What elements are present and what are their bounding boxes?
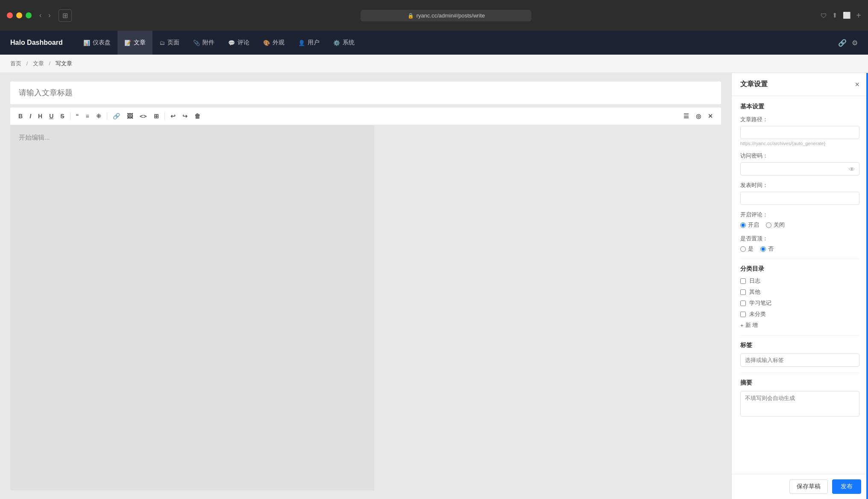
nav-link-button[interactable]: 🔗 xyxy=(838,39,847,47)
comments-close-label[interactable]: 关闭 xyxy=(766,221,785,229)
address-bar[interactable]: 🔒ryanc.cc/admin#/posts/write xyxy=(361,10,531,21)
breadcrumb-sep-2: / xyxy=(49,60,51,67)
pinned-no-label[interactable]: 否 xyxy=(760,245,774,253)
underline-button[interactable]: U xyxy=(46,111,56,121)
delete-button[interactable]: 🗑 xyxy=(191,111,203,121)
nav-label-dashboard: 仪表盘 xyxy=(93,39,111,47)
category-checkbox-2[interactable] xyxy=(740,301,746,306)
undo-button[interactable]: ↩ xyxy=(167,111,179,121)
browser-chrome: ‹ › ⊞ 🔒ryanc.cc/admin#/posts/write 🛡 ⬆ ⬜… xyxy=(0,0,868,31)
nav-settings-button[interactable]: ⚙ xyxy=(852,39,858,47)
breadcrumb-sep-1: / xyxy=(26,60,28,67)
category-label-2: 学习笔记 xyxy=(749,299,771,307)
basic-settings-title: 基本设置 xyxy=(740,103,859,111)
toolbar-right: ☰ ◎ ✕ xyxy=(680,111,716,121)
browser-new-tab-button[interactable]: + xyxy=(856,11,861,20)
nav-label-comments: 评论 xyxy=(238,39,249,47)
publish-button[interactable]: 发布 xyxy=(832,479,861,494)
heading-button[interactable]: H xyxy=(35,111,45,121)
article-title-input[interactable] xyxy=(10,82,721,104)
editor-write-area[interactable]: 开始编辑... xyxy=(10,125,374,490)
bold-button[interactable]: B xyxy=(15,111,26,121)
nav-item-attachments[interactable]: 📎 附件 xyxy=(186,31,221,55)
eye-icon[interactable]: 👁 xyxy=(849,165,855,172)
category-item-2: 学习笔记 xyxy=(740,299,859,307)
breadcrumb-home[interactable]: 首页 xyxy=(10,60,21,67)
password-field: 访问密码： 👁 xyxy=(740,152,859,175)
minimize-traffic-light[interactable] xyxy=(16,12,22,18)
fullscreen-traffic-light[interactable] xyxy=(26,12,32,18)
nav-item-users[interactable]: 👤 用户 xyxy=(291,31,326,55)
top-nav: Halo Dashboard 📊 仪表盘 📝 文章 🗂 页面 📎 附件 💬 评论 xyxy=(0,31,868,55)
save-draft-button[interactable]: 保存草稿 xyxy=(789,479,828,494)
fullscreen-button[interactable]: ✕ xyxy=(705,111,716,121)
category-checkbox-1[interactable] xyxy=(740,289,746,295)
editor-toolbar: B I H U S “ ≡ ⁜ 🔗 🖼 <> ⊞ ↩ ↪ xyxy=(10,108,721,125)
browser-back-button[interactable]: ‹ xyxy=(37,10,44,21)
unordered-list-button[interactable]: ⁜ xyxy=(93,111,104,121)
app-container: Halo Dashboard 📊 仪表盘 📝 文章 🗂 页面 📎 附件 💬 评论 xyxy=(0,31,868,499)
nav-item-dashboard[interactable]: 📊 仪表盘 xyxy=(76,31,117,55)
breadcrumb-posts[interactable]: 文章 xyxy=(33,60,44,67)
redo-button[interactable]: ↪ xyxy=(179,111,191,121)
tag-title: 标签 xyxy=(740,341,859,349)
article-path-input[interactable] xyxy=(740,126,859,139)
divider-3 xyxy=(740,373,859,373)
browser-share-button[interactable]: ⬆ xyxy=(832,12,838,19)
nav-item-appearance[interactable]: 🎨 外观 xyxy=(256,31,291,55)
nav-item-comments[interactable]: 💬 评论 xyxy=(221,31,256,55)
italic-button[interactable]: I xyxy=(26,111,34,121)
divider-2 xyxy=(740,335,859,336)
nav-item-system[interactable]: ⚙️ 系统 xyxy=(326,31,361,55)
browser-forward-button[interactable]: › xyxy=(46,10,53,21)
view-toggle-button[interactable]: ☰ xyxy=(680,111,692,121)
comments-close-radio[interactable] xyxy=(766,222,771,228)
tag-input[interactable] xyxy=(740,353,859,367)
category-checkbox-3[interactable] xyxy=(740,312,746,317)
excerpt-title: 摘要 xyxy=(740,379,859,387)
editor-content: 开始编辑... xyxy=(10,125,721,490)
comments-label: 开启评论： xyxy=(740,211,859,219)
browser-shield-button[interactable]: 🛡 xyxy=(821,12,827,19)
settings-close-button[interactable]: × xyxy=(855,81,859,88)
category-label-3: 未分类 xyxy=(749,310,766,318)
system-icon: ⚙️ xyxy=(333,40,340,46)
nav-item-posts[interactable]: 📝 文章 xyxy=(117,31,152,55)
ordered-list-button[interactable]: ≡ xyxy=(83,111,92,121)
password-input[interactable] xyxy=(740,162,859,175)
nav-item-pages[interactable]: 🗂 页面 xyxy=(152,31,186,55)
pinned-no-radio[interactable] xyxy=(760,246,766,252)
browser-extend-button[interactable]: ⬜ xyxy=(843,12,851,19)
breadcrumb-current: 写文章 xyxy=(56,60,72,67)
browser-layout-button[interactable]: ⊞ xyxy=(59,9,72,22)
strikethrough-button[interactable]: S xyxy=(57,111,67,121)
close-traffic-light[interactable] xyxy=(7,12,13,18)
comments-open-radio[interactable] xyxy=(740,222,746,228)
comments-open-label[interactable]: 开启 xyxy=(740,221,759,229)
nav-label-appearance: 外观 xyxy=(273,39,284,47)
add-category-label: 新 增 xyxy=(745,321,758,329)
publish-time-input[interactable]: 2019-09-11 19:43:19 xyxy=(740,192,859,205)
url-text: ryanc.cc/admin#/posts/write xyxy=(416,12,485,19)
category-title: 分类目录 xyxy=(740,265,859,273)
image-button[interactable]: 🖼 xyxy=(124,111,136,121)
preview-button[interactable]: ◎ xyxy=(693,111,704,121)
pages-icon: 🗂 xyxy=(159,40,165,46)
comments-open-text: 开启 xyxy=(748,221,759,229)
pinned-yes-label[interactable]: 是 xyxy=(740,245,754,253)
quote-button[interactable]: “ xyxy=(73,111,82,121)
table-button[interactable]: ⊞ xyxy=(151,111,162,121)
tag-section: 标签 xyxy=(740,341,859,367)
add-category-button[interactable]: + 新 增 xyxy=(740,321,758,329)
password-label: 访问密码： xyxy=(740,152,859,160)
pinned-yes-radio[interactable] xyxy=(740,246,746,252)
users-icon: 👤 xyxy=(298,40,305,46)
article-path-label: 文章路径： xyxy=(740,116,859,123)
code-button[interactable]: <> xyxy=(137,111,150,121)
link-button[interactable]: 🔗 xyxy=(110,111,123,121)
attachments-icon: 📎 xyxy=(193,40,200,46)
posts-icon: 📝 xyxy=(124,40,131,46)
category-checkbox-0[interactable] xyxy=(740,278,746,284)
excerpt-input[interactable] xyxy=(740,391,859,417)
pinned-radio-group: 是 否 xyxy=(740,245,859,253)
